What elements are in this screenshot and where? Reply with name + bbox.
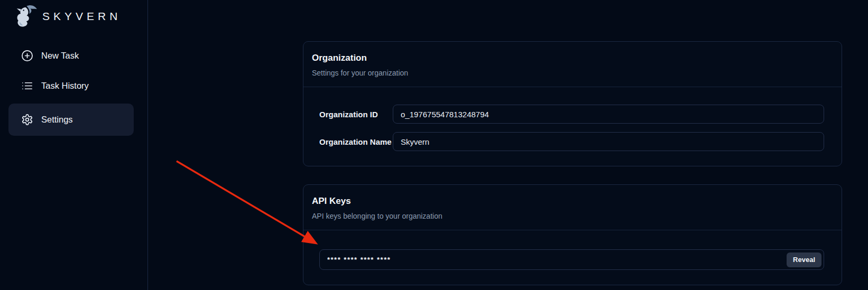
api-key-masked-input[interactable] — [319, 249, 824, 270]
api-keys-card-subtitle: API keys belonging to your organization — [312, 212, 833, 220]
organization-name-label: Organization Name — [319, 137, 393, 146]
organization-name-row: Organization Name — [319, 132, 824, 151]
sidebar-item-label: New Task — [41, 51, 79, 61]
circle-plus-icon — [21, 50, 33, 62]
api-key-field-wrap: Reveal — [319, 249, 824, 270]
sidebar-nav: New Task Task History Settings — [8, 47, 134, 136]
sidebar-item-task-history[interactable]: Task History — [8, 77, 134, 94]
organization-id-label: Organization ID — [319, 110, 393, 119]
organization-card: Organization Settings for your organizat… — [303, 41, 842, 166]
organization-name-input[interactable] — [393, 132, 824, 151]
sidebar-item-settings[interactable]: Settings — [8, 104, 134, 136]
sidebar-item-new-task[interactable]: New Task — [8, 47, 134, 64]
sidebar-item-label: Task History — [41, 81, 89, 91]
dragon-logo-icon — [14, 4, 38, 29]
organization-card-body: Organization ID Organization Name — [303, 87, 842, 167]
api-keys-card-header: API Keys API keys belonging to your orga… — [303, 185, 842, 230]
organization-card-subtitle: Settings for your organization — [312, 69, 833, 77]
api-keys-card-title: API Keys — [312, 196, 833, 207]
reveal-button[interactable]: Reveal — [787, 252, 821, 267]
sidebar: SKYVERN New Task Task History — [0, 0, 148, 290]
organization-id-input[interactable] — [393, 105, 824, 124]
sidebar-item-label: Settings — [41, 115, 73, 125]
organization-card-header: Organization Settings for your organizat… — [303, 42, 842, 87]
list-icon — [21, 80, 33, 92]
brand-name: SKYVERN — [42, 10, 121, 23]
organization-card-title: Organization — [312, 53, 833, 63]
app-logo: SKYVERN — [0, 0, 147, 30]
api-keys-card: API Keys API keys belonging to your orga… — [303, 184, 842, 285]
api-keys-card-body: Reveal — [303, 230, 842, 286]
organization-id-row: Organization ID — [319, 105, 824, 124]
gear-icon — [21, 114, 33, 126]
